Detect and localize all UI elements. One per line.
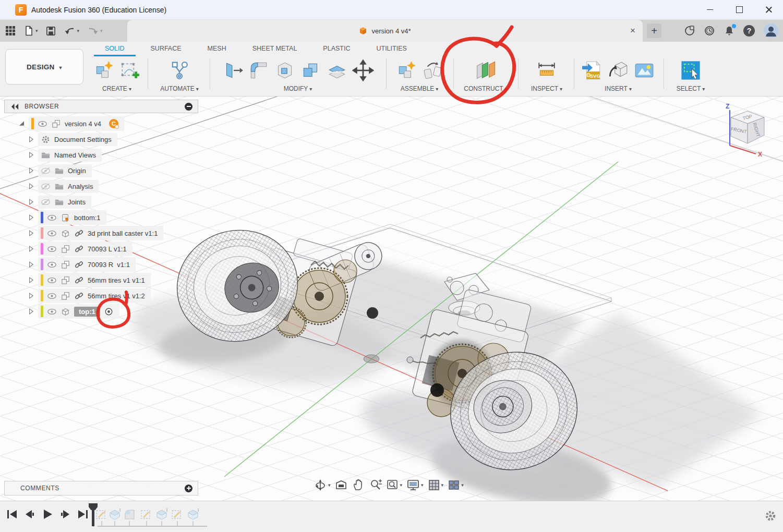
look-at-button[interactable]: [334, 478, 348, 492]
step-forward-button[interactable]: [58, 507, 72, 521]
tree-row-document-settings[interactable]: Document Settings: [4, 131, 198, 147]
fillet-icon[interactable]: [248, 59, 270, 81]
select-dropdown[interactable]: SELECT: [667, 85, 715, 92]
maximize-button[interactable]: [725, 0, 754, 19]
tree-row-70093-l[interactable]: 70093 L v1:1: [4, 241, 198, 257]
tree-row-70093-r[interactable]: 70093 R v1:1: [4, 257, 198, 272]
visibility-eye-icon[interactable]: [47, 260, 57, 270]
tab-plastic[interactable]: PLASTIC: [312, 45, 361, 56]
new-component-icon[interactable]: [93, 59, 115, 81]
inspect-dropdown[interactable]: INSPECT: [522, 85, 572, 92]
save-button[interactable]: [45, 26, 56, 37]
visibility-off-eye-icon[interactable]: [41, 182, 51, 191]
component-color-bar[interactable]: [41, 290, 43, 301]
visibility-eye-icon[interactable]: [47, 213, 57, 223]
timeline-marker[interactable]: [89, 503, 98, 526]
browser-minimize-icon[interactable]: [185, 103, 192, 111]
tree-label[interactable]: Origin: [68, 167, 86, 175]
insert-dropdown[interactable]: INSERT: [575, 85, 661, 92]
tree-label[interactable]: Joints: [68, 198, 86, 206]
timeline-feature-extrude-icon[interactable]: [157, 509, 167, 519]
step-back-button[interactable]: [23, 507, 37, 521]
extensions-icon[interactable]: [684, 25, 695, 37]
undo-button[interactable]: ▾: [64, 25, 80, 37]
help-icon[interactable]: ?: [743, 25, 755, 37]
expander-icon[interactable]: [27, 166, 35, 175]
canvas-icon[interactable]: [633, 59, 655, 81]
tree-row-tires-1[interactable]: 56mm tires v1 v1:1: [4, 272, 198, 288]
joint-icon[interactable]: [421, 59, 443, 81]
expander-icon[interactable]: [27, 292, 35, 300]
component-color-bar[interactable]: [41, 212, 43, 223]
grid-display-button[interactable]: ▾: [427, 478, 444, 492]
display-settings-button[interactable]: ▾: [406, 478, 424, 492]
expander-icon[interactable]: [27, 260, 35, 269]
tab-surface[interactable]: SURFACE: [140, 45, 192, 56]
expander-icon[interactable]: [27, 213, 35, 222]
viewports-button[interactable]: ▾: [447, 478, 464, 492]
profile-avatar[interactable]: [763, 23, 779, 39]
tree-label[interactable]: 3d print ball caster v1:1: [88, 229, 158, 237]
component-color-bar[interactable]: [41, 243, 43, 255]
component-color-bar[interactable]: [31, 118, 34, 129]
expander-icon[interactable]: [27, 135, 35, 143]
play-button[interactable]: [41, 507, 54, 521]
job-status-icon[interactable]: [704, 25, 715, 37]
create-dropdown[interactable]: CREATE: [88, 85, 146, 92]
timeline-feature-sketch-icon[interactable]: [97, 511, 106, 519]
shell-icon[interactable]: [274, 59, 296, 81]
modify-dropdown[interactable]: MODIFY: [212, 85, 384, 92]
combine-icon[interactable]: [300, 59, 322, 81]
tree-label[interactable]: 70093 R v1:1: [88, 261, 130, 269]
visibility-eye-icon[interactable]: [47, 228, 57, 238]
press-pull-icon[interactable]: [222, 59, 244, 81]
tree-label[interactable]: Document Settings: [54, 136, 112, 143]
tab-solid[interactable]: SOLID: [94, 45, 136, 56]
tree-label[interactable]: version 4 v4: [65, 120, 101, 128]
visibility-off-eye-icon[interactable]: [41, 166, 51, 176]
expander-icon[interactable]: [27, 307, 35, 316]
visibility-eye-icon[interactable]: [47, 244, 57, 254]
tree-label[interactable]: 70093 L v1:1: [88, 245, 127, 253]
insert-svg-icon[interactable]: SVG: [581, 59, 603, 81]
timeline-feature-fillet-icon[interactable]: [125, 510, 134, 519]
automate-icon[interactable]: [168, 59, 191, 82]
tree-label[interactable]: Analysis: [68, 183, 93, 190]
document-tab[interactable]: version 4 v4* ×: [127, 20, 643, 42]
assemble-dropdown[interactable]: ASSEMBLE: [388, 85, 451, 92]
app-grid-button[interactable]: [5, 26, 16, 36]
expander-icon[interactable]: [27, 198, 35, 206]
selected-tree-label[interactable]: top:1: [74, 307, 100, 317]
expander-open-icon[interactable]: [18, 119, 26, 128]
file-menu-button[interactable]: ▾: [23, 25, 38, 37]
redo-button[interactable]: ▾: [87, 25, 103, 37]
construction-planes-icon[interactable]: [474, 59, 497, 82]
tree-row-ball-caster[interactable]: 3d print ball caster v1:1: [4, 225, 198, 241]
tree-row-root[interactable]: version 4 v4 C: [4, 116, 198, 131]
comments-bar[interactable]: COMMENTS: [4, 481, 198, 495]
visibility-off-eye-icon[interactable]: [41, 197, 51, 207]
create-sketch-icon[interactable]: [119, 59, 141, 81]
tab-sheet-metal[interactable]: SHEET METAL: [242, 45, 308, 56]
component-color-bar[interactable]: [41, 227, 43, 239]
collapse-panel-icon[interactable]: [10, 102, 20, 112]
timeline-feature-sketch-icon[interactable]: [141, 511, 151, 519]
tab-utilities[interactable]: UTILITIES: [365, 45, 417, 56]
tree-row-top[interactable]: top:1: [4, 304, 198, 319]
tree-row-analysis[interactable]: Analysis: [4, 178, 198, 194]
expander-icon[interactable]: [27, 182, 35, 190]
go-to-start-button[interactable]: [5, 507, 19, 521]
timeline-feature-extrude-icon[interactable]: [188, 509, 198, 519]
timeline-feature-extrude-icon[interactable]: [110, 509, 120, 519]
tab-mesh[interactable]: MESH: [197, 45, 237, 56]
tree-label[interactable]: Named Views: [54, 151, 96, 159]
tree-row-origin[interactable]: Origin: [4, 163, 198, 178]
component-color-bar[interactable]: [41, 259, 43, 270]
notifications-button[interactable]: [724, 25, 735, 37]
timeline-feature-sketch-icon[interactable]: [172, 511, 182, 519]
tree-row-named-views[interactable]: Named Views: [4, 147, 198, 163]
viewcube[interactable]: Z X TOP FRONT RIGHT: [724, 103, 772, 157]
expander-icon[interactable]: [27, 245, 35, 253]
visibility-eye-icon[interactable]: [47, 275, 57, 285]
component-color-bar[interactable]: [41, 306, 43, 317]
